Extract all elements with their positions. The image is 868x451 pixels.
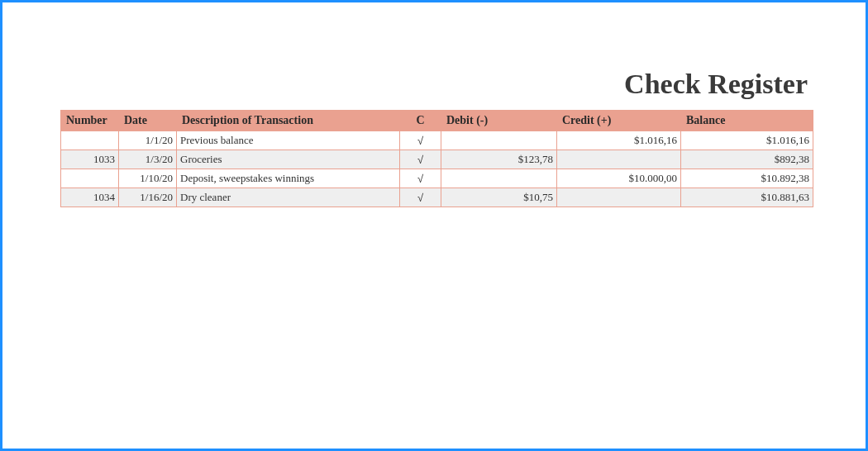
cell-date: 1/10/20: [119, 169, 177, 188]
cell-debit: $10,75: [441, 188, 557, 207]
cell-date: 1/3/20: [119, 150, 177, 169]
cell-credit: [557, 188, 681, 207]
cell-c: √: [400, 188, 441, 207]
header-number: Number: [61, 111, 119, 131]
header-credit: Credit (+): [557, 111, 681, 131]
cell-c: √: [400, 131, 441, 150]
cell-date: 1/16/20: [119, 188, 177, 207]
cell-debit: [441, 131, 557, 150]
header-balance: Balance: [681, 111, 813, 131]
cell-balance: $1.016,16: [681, 131, 813, 150]
document-frame: Check Register Number Date Description o…: [0, 0, 868, 451]
cell-number: 1034: [61, 188, 119, 207]
cell-credit: [557, 150, 681, 169]
content-area: Check Register Number Date Description o…: [60, 69, 813, 207]
table-row: 1/1/20 Previous balance √ $1.016,16 $1.0…: [61, 131, 813, 150]
cell-number: [61, 131, 119, 150]
cell-credit: $1.016,16: [557, 131, 681, 150]
cell-number: [61, 169, 119, 188]
table-row: 1/10/20 Deposit, sweepstakes winnings √ …: [61, 169, 813, 188]
table-row: 1033 1/3/20 Groceries √ $123,78 $892,38: [61, 150, 813, 169]
check-register-table: Number Date Description of Transaction C…: [60, 110, 813, 207]
cell-number: 1033: [61, 150, 119, 169]
page-title: Check Register: [60, 69, 813, 100]
header-debit: Debit (-): [441, 111, 557, 131]
cell-debit: $123,78: [441, 150, 557, 169]
cell-debit: [441, 169, 557, 188]
cell-credit: $10.000,00: [557, 169, 681, 188]
cell-c: √: [400, 150, 441, 169]
cell-description: Groceries: [177, 150, 400, 169]
table-header-row: Number Date Description of Transaction C…: [61, 111, 813, 131]
cell-balance: $892,38: [681, 150, 813, 169]
cell-date: 1/1/20: [119, 131, 177, 150]
cell-description: Dry cleaner: [177, 188, 400, 207]
header-date: Date: [119, 111, 177, 131]
cell-balance: $10.881,63: [681, 188, 813, 207]
table-row: 1034 1/16/20 Dry cleaner √ $10,75 $10.88…: [61, 188, 813, 207]
cell-description: Deposit, sweepstakes winnings: [177, 169, 400, 188]
header-c: C: [400, 111, 441, 131]
cell-description: Previous balance: [177, 131, 400, 150]
header-description: Description of Transaction: [177, 111, 400, 131]
cell-balance: $10.892,38: [681, 169, 813, 188]
cell-c: √: [400, 169, 441, 188]
